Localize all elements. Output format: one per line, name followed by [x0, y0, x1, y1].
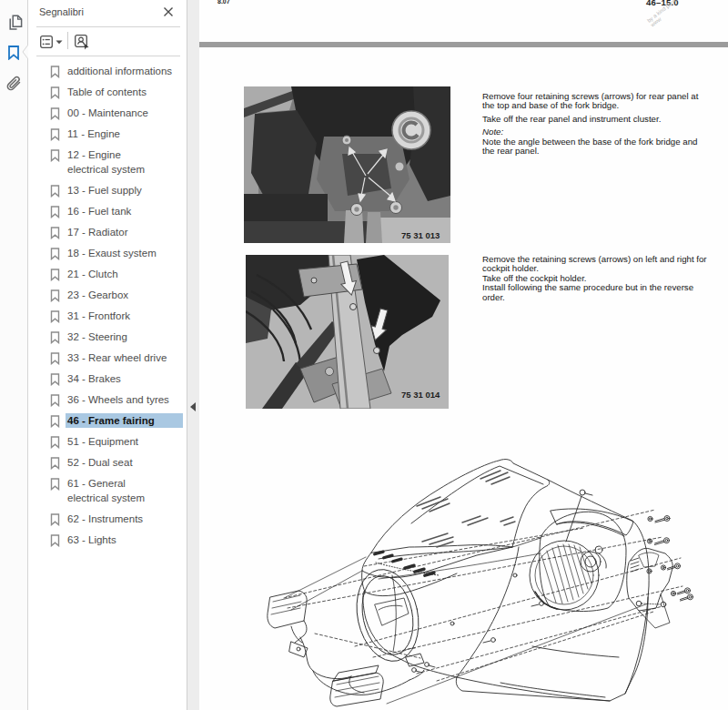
svg-text:75 31 013: 75 31 013	[401, 230, 440, 240]
svg-text:75 31 014: 75 31 014	[401, 390, 440, 400]
